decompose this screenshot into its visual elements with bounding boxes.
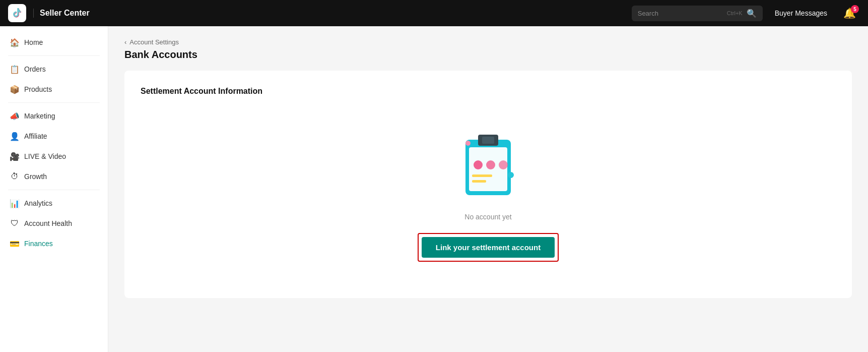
empty-state: No account yet Link your settlement acco… [141, 112, 836, 282]
link-settlement-account-button[interactable]: Link your settlement account [422, 237, 555, 258]
live-video-icon: 🎥 [10, 152, 19, 161]
empty-illustration [453, 122, 523, 203]
sidebar-divider-2 [8, 102, 100, 103]
sidebar-item-products[interactable]: 📦 Products [0, 79, 108, 99]
orders-icon: 📋 [10, 65, 19, 74]
sidebar-label-growth: Growth [24, 172, 47, 181]
sidebar-label-marketing: Marketing [24, 112, 55, 120]
sidebar-divider-3 [8, 190, 100, 190]
growth-icon: ⏱ [10, 172, 19, 181]
sidebar-item-account-health[interactable]: 🛡 Account Health [0, 213, 108, 233]
logo-area: Seller Center [8, 4, 90, 22]
page-title: Bank Accounts [124, 49, 852, 61]
svg-point-6 [486, 160, 495, 169]
home-icon: 🏠 [10, 38, 19, 47]
settlement-card: Settlement Account Information [124, 71, 852, 298]
page-layout: 🏠 Home 📋 Orders 📦 Products 📣 Marketing 👤… [0, 26, 868, 352]
svg-rect-4 [482, 137, 494, 144]
top-navigation: Seller Center Ctrl+K 🔍 Buyer Messages 🔔 … [0, 0, 868, 26]
affiliate-icon: 👤 [10, 132, 19, 141]
sidebar-label-affiliate: Affiliate [24, 132, 47, 140]
sidebar-divider-1 [8, 55, 100, 56]
svg-point-5 [474, 160, 483, 169]
svg-rect-9 [472, 180, 486, 183]
sidebar-label-orders: Orders [24, 65, 46, 73]
empty-state-text: No account yet [464, 213, 511, 221]
search-icon: 🔍 [747, 9, 757, 18]
sidebar-label-products: Products [24, 85, 52, 93]
notification-bell[interactable]: 🔔 5 [839, 5, 860, 21]
sidebar-label-home: Home [24, 38, 43, 46]
sidebar-label-analytics: Analytics [24, 199, 52, 207]
finances-icon: 💳 [10, 239, 19, 248]
search-shortcut: Ctrl+K [727, 10, 743, 16]
svg-rect-8 [472, 174, 492, 177]
breadcrumb-arrow: ‹ [124, 38, 126, 46]
account-health-icon: 🛡 [10, 219, 19, 228]
sidebar-item-growth[interactable]: ⏱ Growth [0, 166, 108, 187]
tiktok-logo [8, 4, 26, 22]
sidebar-item-affiliate[interactable]: 👤 Affiliate [0, 126, 108, 146]
app-title: Seller Center [33, 9, 90, 18]
analytics-icon: 📊 [10, 199, 19, 208]
products-icon: 📦 [10, 85, 19, 94]
sidebar-label-live-video: LIVE & Video [24, 152, 66, 160]
sidebar-item-home[interactable]: 🏠 Home [0, 32, 108, 52]
search-input[interactable] [638, 10, 723, 17]
marketing-icon: 📣 [10, 111, 19, 121]
svg-point-11 [465, 141, 471, 146]
sidebar-item-orders[interactable]: 📋 Orders [0, 59, 108, 79]
breadcrumb-parent: Account Settings [129, 38, 179, 46]
search-box[interactable]: Ctrl+K 🔍 [632, 6, 763, 21]
sidebar-item-analytics[interactable]: 📊 Analytics [0, 193, 108, 213]
sidebar-label-account-health: Account Health [24, 219, 72, 227]
notification-badge: 5 [851, 5, 859, 13]
buyer-messages-button[interactable]: Buyer Messages [769, 6, 833, 20]
sidebar-item-live-video[interactable]: 🎥 LIVE & Video [0, 146, 108, 166]
sidebar-item-finances[interactable]: 💳 Finances [0, 233, 108, 254]
sidebar-label-finances: Finances [24, 240, 53, 248]
sidebar: 🏠 Home 📋 Orders 📦 Products 📣 Marketing 👤… [0, 26, 108, 352]
svg-rect-2 [469, 147, 507, 191]
svg-point-10 [508, 172, 514, 178]
link-account-button-wrapper: Link your settlement account [418, 233, 559, 262]
breadcrumb[interactable]: ‹ Account Settings [124, 38, 852, 46]
main-content: ‹ Account Settings Bank Accounts Settlem… [108, 26, 868, 352]
svg-rect-0 [10, 6, 24, 20]
sidebar-item-marketing[interactable]: 📣 Marketing [0, 106, 108, 126]
card-title: Settlement Account Information [141, 87, 836, 96]
svg-point-7 [499, 160, 508, 169]
